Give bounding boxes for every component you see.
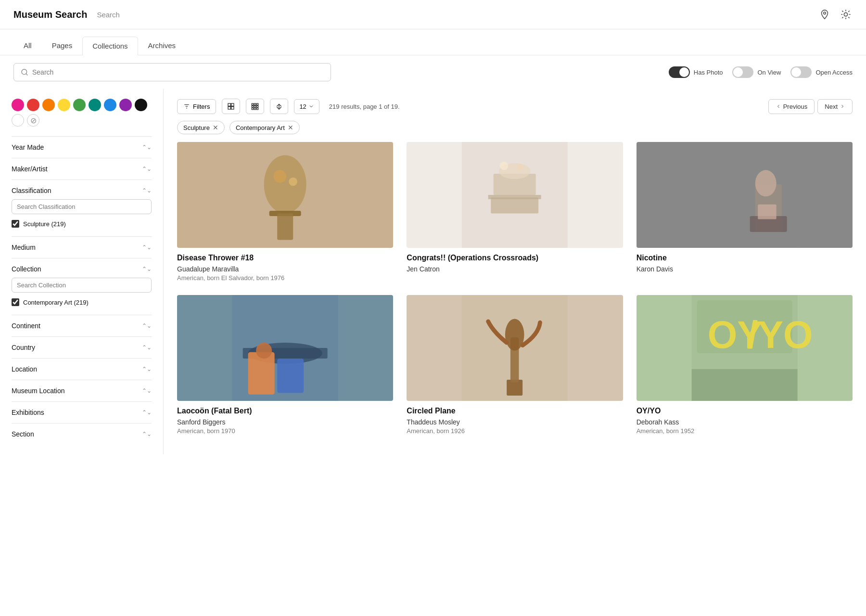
tab-pages[interactable]: Pages [42, 36, 83, 55]
swatch-white[interactable] [12, 114, 24, 127]
svg-rect-17 [228, 107, 230, 109]
per-page-chevron [308, 103, 314, 109]
tabs-row: All Pages Collections Archives [0, 29, 866, 55]
swatch-green[interactable] [73, 99, 86, 111]
filter-country-header[interactable]: Country ⌃⌄ [12, 344, 152, 351]
svg-point-40 [517, 164, 523, 170]
filter-continent-header[interactable]: Continent ⌃⌄ [12, 322, 152, 330]
swatch-black[interactable] [135, 99, 147, 111]
filter-continent-label: Continent [12, 322, 40, 330]
prev-chevron-icon [776, 103, 781, 109]
filter-classification: Classification ⌃⌄ Sculpture (219) [12, 180, 152, 236]
pagination: Previous Next [768, 99, 853, 114]
sculpture-checkbox[interactable] [12, 220, 19, 228]
result-img-1 [177, 142, 393, 248]
result-title-4: Laocoön (Fatal Bert) [177, 407, 393, 415]
swatch-blue[interactable] [104, 99, 116, 111]
result-card-6[interactable]: OY /YO OY/YO Deborah Kass American, born… [637, 295, 853, 435]
swatch-clear[interactable]: ⊘ [27, 114, 39, 127]
svg-rect-16 [231, 103, 234, 106]
classification-search-input[interactable] [12, 199, 152, 214]
grid-view-button[interactable] [222, 99, 240, 114]
pin-icon[interactable] [818, 8, 831, 21]
previous-button[interactable]: Previous [768, 99, 815, 114]
previous-label: Previous [783, 103, 808, 110]
filter-collection-header[interactable]: Collection ⌃⌄ [12, 265, 152, 273]
filter-maker-artist-label: Maker/Artist [12, 165, 48, 173]
result-card-4[interactable]: Laocoön (Fatal Bert) Sanford Biggers Ame… [177, 295, 393, 435]
filter-year-made-header[interactable]: Year Made ⌃⌄ [12, 143, 152, 151]
filter-country-chevron: ⌃⌄ [142, 344, 152, 351]
result-title-1: Disease Thrower #18 [177, 254, 393, 262]
open-access-toggle[interactable] [790, 66, 812, 78]
svg-point-33 [289, 178, 297, 186]
color-swatches: ⊘ [12, 99, 152, 127]
svg-point-0 [824, 12, 826, 14]
tab-all[interactable]: All [13, 36, 42, 55]
next-button[interactable]: Next [817, 99, 853, 114]
on-view-toggle-group: On View [732, 66, 781, 78]
on-view-knob [733, 67, 743, 77]
per-page-select[interactable]: 12 [294, 99, 319, 114]
filter-year-made: Year Made ⌃⌄ [12, 136, 152, 158]
on-view-toggle[interactable] [732, 66, 753, 78]
header-icons [818, 8, 853, 21]
swatch-teal[interactable] [89, 99, 101, 111]
filter-year-made-chevron: ⌃⌄ [142, 144, 152, 151]
filter-medium-label: Medium [12, 244, 36, 251]
collection-search-input[interactable] [12, 278, 152, 293]
svg-rect-18 [231, 107, 234, 109]
result-img-4 [177, 295, 393, 401]
swatch-red[interactable] [27, 99, 39, 111]
filter-tag-sculpture-remove[interactable]: ✕ [213, 124, 218, 131]
swatch-pink[interactable] [12, 99, 24, 111]
filter-exhibitions-header[interactable]: Exhibitions ⌃⌄ [12, 409, 152, 416]
results-grid: Disease Thrower #18 Guadalupe Maravilla … [177, 142, 853, 435]
search-input[interactable] [32, 68, 324, 76]
result-artist-1: Guadalupe Maravilla [177, 265, 393, 273]
filters-icon [183, 103, 190, 110]
next-chevron-icon [840, 103, 845, 109]
grid-3col-icon [251, 103, 259, 110]
svg-rect-20 [255, 103, 256, 105]
filter-section-header[interactable]: Section ⌃⌄ [12, 430, 152, 438]
filter-medium-header[interactable]: Medium ⌃⌄ [12, 244, 152, 251]
result-card-5[interactable]: Circled Plane Thaddeus Mosley American, … [407, 295, 623, 435]
header-search-label: Search [97, 11, 120, 19]
theme-icon[interactable] [839, 8, 853, 21]
filter-year-made-label: Year Made [12, 143, 44, 151]
result-card-1[interactable]: Disease Thrower #18 Guadalupe Maravilla … [177, 142, 393, 282]
search-input-wrapper[interactable] [13, 63, 331, 81]
filter-location-header[interactable]: Location ⌃⌄ [12, 365, 152, 373]
filter-medium: Medium ⌃⌄ [12, 236, 152, 258]
swatch-orange[interactable] [42, 99, 55, 111]
filter-continent-chevron: ⌃⌄ [142, 322, 152, 329]
filter-country-label: Country [12, 344, 35, 351]
svg-line-9 [849, 11, 849, 12]
filter-maker-artist-chevron: ⌃⌄ [142, 166, 152, 172]
tab-collections[interactable]: Collections [82, 37, 138, 55]
filter-tag-sculpture[interactable]: Sculpture ✕ [177, 121, 225, 134]
filter-country: Country ⌃⌄ [12, 336, 152, 358]
filter-classification-header[interactable]: Classification ⌃⌄ [12, 187, 152, 194]
open-access-label: Open Access [815, 69, 853, 76]
filter-tag-contemporary-art-remove[interactable]: ✕ [288, 124, 293, 131]
sort-button[interactable] [270, 99, 288, 114]
content-area: Filters 12 [164, 89, 866, 454]
filters-button[interactable]: Filters [177, 99, 216, 114]
filter-museum-location-header[interactable]: Museum Location ⌃⌄ [12, 387, 152, 395]
sidebar: ⊘ Year Made ⌃⌄ Maker/Artist ⌃⌄ Classific… [0, 89, 164, 454]
filter-museum-location: Museum Location ⌃⌄ [12, 380, 152, 401]
result-card-3[interactable]: Nicotine Karon Davis [637, 142, 853, 282]
tab-archives[interactable]: Archives [138, 36, 186, 55]
result-card-2[interactable]: Congrats!! (Operations Crossroads) Jen C… [407, 142, 623, 282]
has-photo-toggle[interactable] [669, 66, 690, 78]
filter-tag-contemporary-art[interactable]: Contemporary Art ✕ [229, 121, 300, 134]
swatch-yellow[interactable] [58, 99, 70, 111]
grid-3col-button[interactable] [246, 99, 264, 114]
filter-maker-artist-header[interactable]: Maker/Artist ⌃⌄ [12, 165, 152, 173]
result-img-5 [407, 295, 623, 401]
swatch-purple[interactable] [119, 99, 132, 111]
contemporary-art-checkbox[interactable] [12, 298, 19, 306]
has-photo-knob [679, 67, 689, 77]
